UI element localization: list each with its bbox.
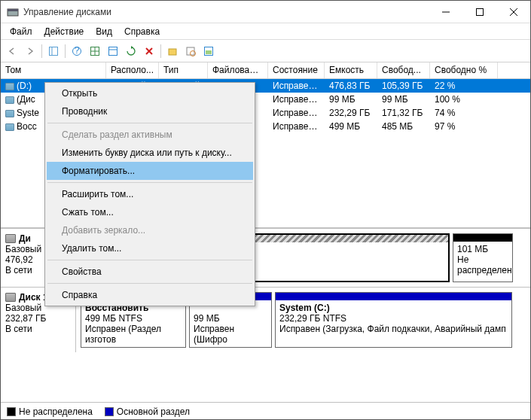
maximize-button[interactable]: [462, 1, 496, 23]
partition-status: Исправен (Шифро: [194, 324, 267, 345]
delete-icon[interactable]: [141, 43, 157, 59]
properties-icon[interactable]: [182, 43, 199, 59]
svg-rect-3: [476, 8, 483, 15]
swatch-black: [7, 407, 16, 416]
disk-icon: [5, 293, 16, 302]
cell: 499 МБ: [325, 120, 377, 132]
cm-format[interactable]: Форматировать...: [47, 162, 253, 180]
volume-name: Восс: [17, 121, 37, 132]
partition-status: Исправен (Загрузка, Файл подкачки, Авари…: [279, 324, 508, 334]
menu-help[interactable]: Справка: [118, 25, 166, 38]
forward-button[interactable]: [22, 43, 38, 59]
partition-size: 99 МБ: [194, 313, 267, 324]
col-freepct[interactable]: Свободно %: [430, 62, 498, 78]
cell: 105,39 ГБ: [377, 80, 430, 92]
col-free[interactable]: Свобод...: [377, 62, 430, 78]
partition-name: System (C:): [279, 303, 508, 313]
volume-icon: [5, 110, 14, 117]
disk-icon: [5, 234, 16, 243]
partition-fs: 499 МБ NTFS: [85, 313, 182, 324]
cm-add-mirror: Добавить зеркало...: [47, 221, 253, 239]
app-icon: [7, 6, 19, 18]
partition-stripe: [276, 293, 511, 300]
col-filesystem[interactable]: Файловая с...: [208, 62, 268, 78]
col-type[interactable]: Тип: [159, 62, 208, 78]
partition-unallocated[interactable]: 101 МБ Не распределена: [453, 233, 513, 282]
separator: [65, 44, 66, 58]
separator: [47, 123, 252, 123]
cell: 232,29 ГБ: [325, 107, 377, 119]
disk-name: Ди: [19, 233, 31, 244]
svg-rect-13: [109, 47, 117, 55]
col-status[interactable]: Состояние: [268, 62, 325, 78]
refresh-icon[interactable]: [123, 43, 139, 59]
cell: Исправен...: [268, 80, 325, 92]
col-layout[interactable]: Располо...: [106, 62, 159, 78]
disk-status: В сети: [5, 324, 71, 334]
back-button[interactable]: [4, 43, 20, 59]
volume-icon: [5, 83, 14, 90]
svg-rect-6: [50, 47, 58, 55]
column-headers: Том Располо... Тип Файловая с... Состоян…: [1, 62, 530, 79]
toolbar-icon-5[interactable]: [200, 43, 217, 59]
separator: [47, 283, 252, 284]
partition-status: Исправен (Раздел изготов: [85, 324, 182, 345]
cm-extend[interactable]: Расширить том...: [47, 185, 253, 203]
separator: [41, 44, 42, 58]
toolbar-icon-1[interactable]: [45, 43, 62, 59]
context-menu: Открыть Проводник Сделать раздел активны…: [44, 82, 255, 306]
cm-explorer[interactable]: Проводник: [47, 102, 253, 120]
cell: 97 %: [430, 120, 498, 132]
minimize-button[interactable]: [429, 1, 462, 23]
window-title: Управление дисками: [23, 7, 429, 17]
disk-size: 232,87 ГБ: [5, 313, 71, 324]
svg-rect-17: [169, 49, 176, 55]
cm-change-letter[interactable]: Изменить букву диска или путь к диску...: [47, 144, 253, 162]
cell: 74 %: [430, 107, 498, 119]
cm-shrink[interactable]: Сжать том...: [47, 203, 253, 221]
titlebar: Управление дисками: [1, 1, 530, 23]
toolbar: ?: [1, 40, 530, 62]
separator: [160, 44, 161, 58]
cm-open[interactable]: Открыть: [47, 84, 253, 102]
cm-help[interactable]: Справка: [47, 286, 253, 304]
toolbar-icon-4[interactable]: [164, 43, 181, 59]
cell: Исправен...: [268, 107, 325, 119]
legend-primary: Основной раздел: [105, 406, 190, 417]
cell: 99 МБ: [377, 93, 430, 105]
cell: 171,32 ГБ: [377, 107, 430, 119]
legend: Не распределена Основной раздел: [1, 402, 530, 420]
toolbar-icon-3[interactable]: [105, 43, 121, 59]
cm-make-active: Сделать раздел активным: [47, 126, 253, 144]
partition-status: Не распределена: [457, 254, 508, 275]
volume-icon: [5, 123, 14, 131]
col-capacity[interactable]: Емкость: [325, 62, 377, 78]
svg-rect-1: [8, 9, 18, 11]
swatch-blue: [105, 407, 114, 416]
svg-rect-21: [206, 50, 212, 54]
content-area: Том Располо... Тип Файловая с... Состоян…: [1, 62, 530, 402]
menu-view[interactable]: Вид: [90, 25, 118, 38]
cell: 476,83 ГБ: [325, 80, 377, 92]
volume-name: (Дис: [17, 94, 35, 105]
legend-unallocated: Не распределена: [7, 406, 93, 417]
menu-action[interactable]: Действие: [38, 25, 90, 38]
svg-text:?: ?: [75, 46, 80, 56]
cell: Исправен...: [268, 93, 325, 105]
cm-delete[interactable]: Удалить том...: [47, 239, 253, 257]
menubar: Файл Действие Вид Справка: [1, 23, 530, 40]
col-volume[interactable]: Том: [1, 62, 106, 78]
partition-fs: 232,29 ГБ NTFS: [279, 313, 508, 324]
volume-icon: [5, 96, 14, 104]
cell: 99 МБ: [325, 93, 377, 105]
toolbar-icon-2[interactable]: [87, 43, 103, 59]
disk-name: Диск 1: [19, 292, 48, 303]
cell: 100 %: [430, 93, 498, 105]
partition[interactable]: System (C:) 232,29 ГБ NTFS Исправен (Заг…: [275, 292, 512, 348]
separator: [47, 260, 252, 260]
cm-properties[interactable]: Свойства: [47, 263, 253, 281]
help-icon[interactable]: ?: [69, 43, 85, 59]
volume-name: (D:): [17, 81, 32, 91]
menu-file[interactable]: Файл: [4, 25, 38, 38]
close-button[interactable]: [496, 1, 530, 23]
